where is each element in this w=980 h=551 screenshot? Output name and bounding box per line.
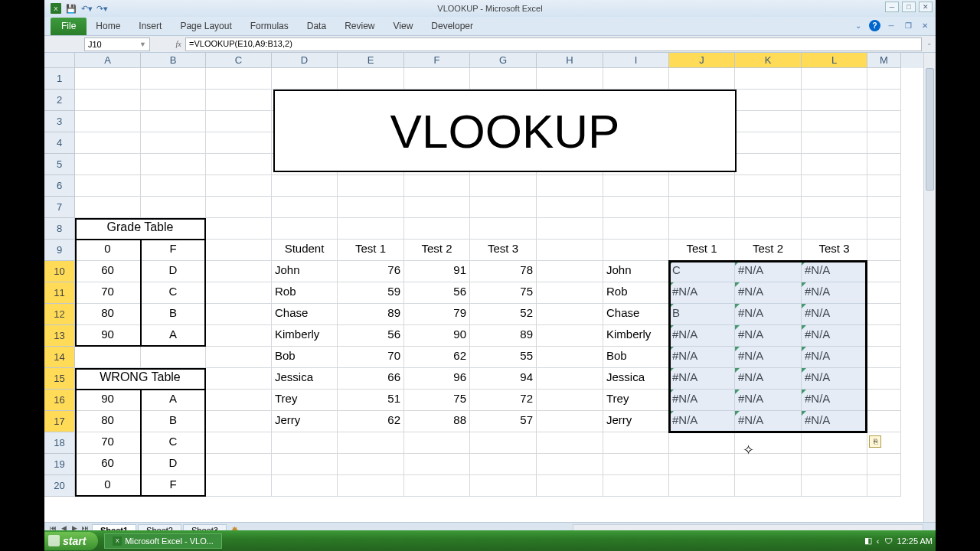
cell-F9[interactable]: Test 2 (404, 240, 470, 261)
cell-B4[interactable] (141, 132, 206, 154)
cell-J16[interactable]: #N/A (669, 390, 735, 411)
cell-M14[interactable] (867, 347, 901, 368)
cell-H13[interactable] (537, 325, 603, 347)
cell-A6[interactable] (75, 175, 141, 197)
cell-J12[interactable]: B (669, 304, 735, 325)
cell-B11[interactable]: C (141, 282, 206, 304)
cell-K3[interactable] (735, 111, 802, 132)
cell-K1[interactable] (735, 68, 802, 90)
cell-D20[interactable] (272, 475, 338, 497)
save-icon[interactable]: 💾 (66, 3, 77, 14)
cell-A5[interactable] (75, 154, 141, 175)
row-header-17[interactable]: 17 (44, 411, 75, 432)
ribbon-tab-formulas[interactable]: Formulas (241, 18, 298, 35)
cell-A14[interactable] (75, 347, 141, 368)
cell-E9[interactable]: Test 1 (338, 240, 404, 261)
cell-F18[interactable] (404, 432, 470, 454)
cell-J7[interactable] (669, 197, 735, 218)
col-header-D[interactable]: D (272, 53, 338, 68)
cell-J5[interactable] (669, 154, 735, 175)
cell-F16[interactable]: 75 (404, 390, 470, 411)
cell-M17[interactable] (867, 411, 901, 432)
cell-H11[interactable] (537, 282, 603, 304)
cell-C8[interactable] (206, 218, 272, 240)
cell-F19[interactable] (404, 454, 470, 475)
cell-J6[interactable] (669, 175, 735, 197)
cell-G4[interactable] (470, 132, 537, 154)
cell-J14[interactable]: #N/A (669, 347, 735, 368)
cell-L10[interactable]: #N/A (802, 261, 867, 282)
taskbar-item-excel[interactable]: X Microsoft Excel - VLO... (104, 533, 222, 549)
cell-G10[interactable]: 78 (470, 261, 537, 282)
cell-E11[interactable]: 59 (338, 282, 404, 304)
cell-H12[interactable] (537, 304, 603, 325)
row-header-20[interactable]: 20 (44, 475, 75, 497)
tray-icon[interactable]: 🛡 (884, 536, 893, 546)
cell-J8[interactable] (669, 218, 735, 240)
cell-K13[interactable]: #N/A (735, 325, 802, 347)
cell-A17[interactable]: 80 (75, 411, 141, 432)
row-header-3[interactable]: 3 (44, 111, 75, 132)
cell-K11[interactable]: #N/A (735, 282, 802, 304)
ribbon-tab-page-layout[interactable]: Page Layout (171, 18, 240, 35)
cell-D6[interactable] (272, 175, 338, 197)
cell-F6[interactable] (404, 175, 470, 197)
cell-F4[interactable] (404, 132, 470, 154)
cell-L16[interactable]: #N/A (802, 390, 867, 411)
row-header-6[interactable]: 6 (44, 175, 75, 197)
cell-I7[interactable] (603, 197, 669, 218)
cell-D13[interactable]: Kimberly (272, 325, 338, 347)
redo-icon[interactable]: ↷▾ (96, 3, 107, 14)
cell-E8[interactable] (338, 218, 404, 240)
cell-M12[interactable] (867, 304, 901, 325)
cell-E14[interactable]: 70 (338, 347, 404, 368)
cell-D4[interactable] (272, 132, 338, 154)
col-header-F[interactable]: F (404, 53, 470, 68)
cell-G3[interactable] (470, 111, 537, 132)
cell-I2[interactable] (603, 90, 669, 111)
col-header-L[interactable]: L (802, 53, 867, 68)
autofill-options-icon[interactable]: ⎘ (869, 435, 881, 448)
cell-I12[interactable]: Chase (603, 304, 669, 325)
cell-K14[interactable]: #N/A (735, 347, 802, 368)
cell-K10[interactable]: #N/A (735, 261, 802, 282)
cell-G17[interactable]: 57 (470, 411, 537, 432)
cell-E4[interactable] (338, 132, 404, 154)
cell-F14[interactable]: 62 (404, 347, 470, 368)
cell-C6[interactable] (206, 175, 272, 197)
cell-C5[interactable] (206, 154, 272, 175)
cell-K12[interactable]: #N/A (735, 304, 802, 325)
cell-A20[interactable]: 0 (75, 475, 141, 497)
cell-I19[interactable] (603, 454, 669, 475)
cell-J17[interactable]: #N/A (669, 411, 735, 432)
cell-I11[interactable]: Rob (603, 282, 669, 304)
cell-J19[interactable] (669, 454, 735, 475)
cell-D7[interactable] (272, 197, 338, 218)
cell-D5[interactable] (272, 154, 338, 175)
cell-J2[interactable] (669, 90, 735, 111)
row-header-16[interactable]: 16 (44, 390, 75, 411)
cell-H16[interactable] (537, 390, 603, 411)
cell-G1[interactable] (470, 68, 537, 90)
cell-H2[interactable] (537, 90, 603, 111)
workbook-minimize-icon[interactable]: ─ (885, 19, 897, 31)
cell-F10[interactable]: 91 (404, 261, 470, 282)
cell-K17[interactable]: #N/A (735, 411, 802, 432)
row-header-10[interactable]: 10 (44, 261, 75, 282)
cell-D14[interactable]: Bob (272, 347, 338, 368)
cell-D15[interactable]: Jessica (272, 368, 338, 390)
ribbon-tab-view[interactable]: View (384, 18, 423, 35)
cell-D3[interactable] (272, 111, 338, 132)
close-icon[interactable]: ✕ (919, 2, 933, 12)
start-button[interactable]: start (44, 532, 98, 550)
cell-K5[interactable] (735, 154, 802, 175)
cell-B2[interactable] (141, 90, 206, 111)
cell-A10[interactable]: 60 (75, 261, 141, 282)
cell-I14[interactable]: Bob (603, 347, 669, 368)
cell-I9[interactable] (603, 240, 669, 261)
cell-C1[interactable] (206, 68, 272, 90)
cell-L15[interactable]: #N/A (802, 368, 867, 390)
cell-D18[interactable] (272, 432, 338, 454)
cell-G11[interactable]: 75 (470, 282, 537, 304)
cell-F12[interactable]: 79 (404, 304, 470, 325)
